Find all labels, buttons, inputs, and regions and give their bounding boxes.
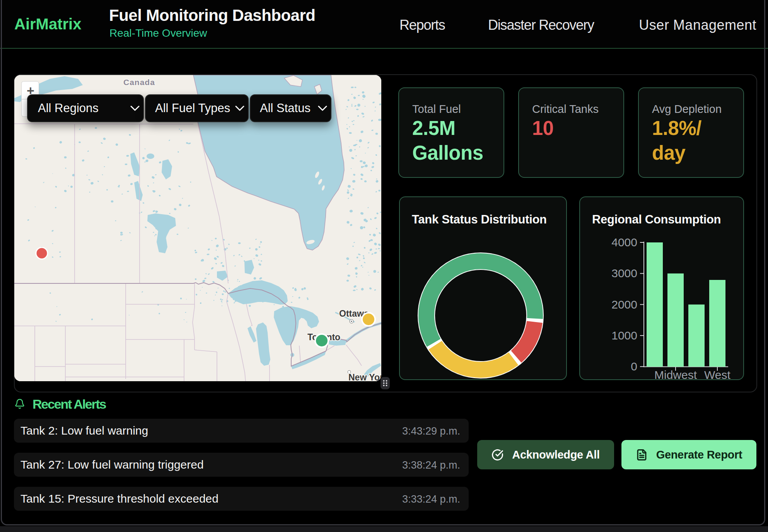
svg-text:Canada: Canada [123,78,155,87]
svg-text:Midwest: Midwest [654,368,697,381]
svg-text:4000: 4000 [611,236,637,249]
svg-text:1000: 1000 [611,329,637,342]
svg-text:3000: 3000 [611,267,637,280]
svg-text:2000: 2000 [611,298,637,311]
svg-text:0: 0 [631,360,637,373]
svg-text:New York: New York [348,372,381,381]
svg-text:West: West [704,368,730,381]
